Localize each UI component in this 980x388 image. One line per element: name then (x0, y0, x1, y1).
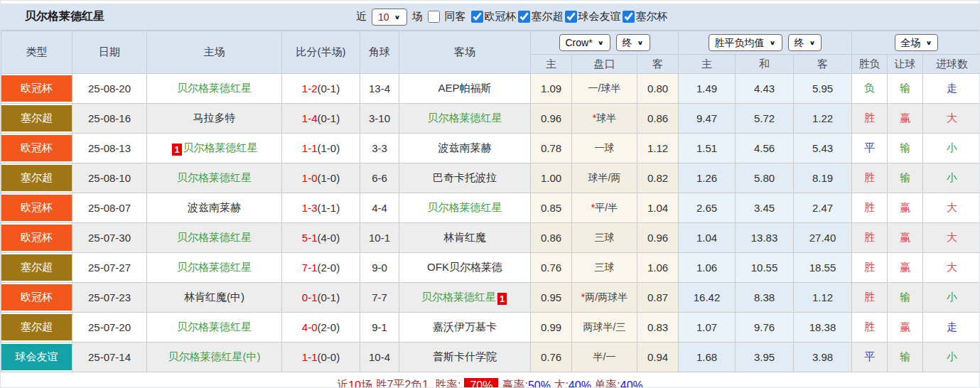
away-team-name[interactable]: 普斯卡什学院 (433, 350, 497, 362)
away-team-cell[interactable]: 波兹南莱赫 (399, 134, 531, 163)
league-filter-checkbox[interactable] (518, 11, 530, 23)
odds-away: 0.86 (637, 104, 679, 134)
away-team-name[interactable]: 贝尔格莱德红星 (428, 201, 502, 213)
home-team-name[interactable]: 马拉多特 (193, 112, 236, 124)
result-goals: 小 (923, 343, 980, 372)
home-team-name[interactable]: 贝尔格莱德红星 (177, 231, 252, 243)
league-badge: 塞尔超 (1, 254, 72, 281)
table-row: 塞尔超 25-08-10 贝尔格莱德红星 1-0(1-0) 6-6 巴奇卡托波拉… (1, 163, 980, 193)
halftime-score: (0-0) (318, 351, 340, 363)
home-team-name[interactable]: 贝尔格莱德红星 (177, 320, 252, 333)
near-label: 近 (356, 10, 367, 23)
corner-count: 4-4 (360, 193, 399, 223)
average-time-dropdown-value: 终 (795, 36, 804, 49)
away-team-name[interactable]: AEP帕福斯 (438, 82, 491, 94)
home-team-cell[interactable]: 波兹南莱赫 (147, 193, 282, 223)
match-date: 25-07-27 (72, 253, 147, 283)
win-rate-badge: 70% (464, 378, 498, 388)
league-filter-checkbox[interactable] (565, 11, 577, 23)
result-group-header: 全场 ∨ (852, 31, 980, 55)
handicap-line: *球半 (572, 104, 637, 134)
home-team-name[interactable]: 贝尔格莱德红星 (177, 171, 252, 183)
league-badge: 球会友谊 (1, 344, 72, 370)
scope-dropdown[interactable]: 全场 ∨ (895, 34, 939, 51)
away-team-name[interactable]: 巴奇卡托波拉 (433, 171, 497, 183)
home-team-cell[interactable]: 林肯红魔(中) (147, 283, 282, 313)
away-team-name[interactable]: 波兹南莱赫 (438, 141, 492, 153)
avg-win-odds: 1.26 (679, 163, 736, 193)
away-team-name[interactable]: OFK贝尔格莱德 (427, 261, 502, 273)
away-team-cell[interactable]: 普斯卡什学院 (399, 343, 531, 372)
home-team-cell[interactable]: 贝尔格莱德红星(中) (147, 343, 282, 372)
home-team-name[interactable]: 贝尔格莱德红星 (177, 82, 252, 94)
home-team-name[interactable]: 波兹南莱赫 (188, 201, 241, 213)
table-row: 欧冠杯 25-07-30 贝尔格莱德红星 5-1(4-0) 10-1 林肯红魔 … (1, 223, 980, 253)
table-row: 球会友谊 25-07-14 贝尔格莱德红星(中) 1-1(0-0) 10-4 普… (1, 343, 980, 372)
chevron-down-icon: ∨ (598, 38, 604, 48)
away-team-cell[interactable]: OFK贝尔格莱德 (399, 253, 531, 283)
avg-win-odds: 1.49 (679, 74, 736, 104)
avg-draw-odds: 8.38 (736, 283, 794, 313)
result-wdl: 胜 (852, 283, 888, 313)
table-row: 欧冠杯 25-08-20 贝尔格莱德红星 1-2(0-1) 13-4 AEP帕福… (1, 74, 980, 104)
home-team-name[interactable]: 贝尔格莱德红星 (183, 141, 258, 153)
same-away-checkbox[interactable] (428, 11, 440, 23)
avg-draw-odds: 4.43 (736, 74, 794, 104)
home-team-cell[interactable]: 贝尔格莱德红星 (147, 74, 282, 104)
league-filter-checkbox[interactable] (471, 11, 483, 23)
odds-time-dropdown[interactable]: 终 ∨ (616, 34, 650, 51)
league-filter-1[interactable]: 塞尔超 (518, 10, 564, 23)
home-team-cell[interactable]: 贝尔格莱德红星 (147, 313, 282, 343)
league-filter-label: 球会友谊 (578, 10, 621, 23)
result-wdl: 负 (852, 74, 888, 104)
avg-win-odds: 1.68 (679, 343, 736, 372)
match-date: 25-08-10 (72, 163, 147, 193)
league-filter-label: 欧冠杯 (485, 10, 517, 23)
home-team-name[interactable]: 贝尔格莱德红星(中) (168, 350, 261, 362)
away-team-name[interactable]: 嘉沃伊万基卡 (433, 320, 497, 333)
bookmaker-dropdown[interactable]: Crow* ∨ (559, 34, 610, 51)
corner-count: 9-0 (360, 253, 399, 283)
home-team-cell[interactable]: 贝尔格莱德红星 (147, 223, 282, 253)
fulltime-score: 0-1 (302, 291, 318, 303)
chevron-down-icon: ∨ (394, 12, 401, 22)
result-handicap: 赢 (888, 313, 923, 343)
corner-count: 6-6 (360, 163, 399, 193)
odds-away: 0.82 (637, 163, 679, 193)
away-team-cell[interactable]: 贝尔格莱德红星1 (399, 283, 531, 313)
away-team-cell[interactable]: AEP帕福斯 (399, 74, 531, 104)
away-team-cell[interactable]: 嘉沃伊万基卡 (399, 313, 531, 343)
col-home: 主场 (147, 31, 282, 74)
average-time-dropdown[interactable]: 终 ∨ (788, 34, 822, 51)
away-team-cell[interactable]: 林肯红魔 (399, 223, 531, 253)
league-filter-3[interactable]: 塞尔杯 (623, 10, 668, 23)
away-team-name[interactable]: 贝尔格莱德红星 (421, 291, 496, 303)
home-team-cell[interactable]: 马拉多特 (147, 104, 282, 134)
handicap-text: 一/球半 (588, 82, 621, 94)
result-goals: 小 (923, 134, 980, 163)
home-team-cell[interactable]: 1贝尔格莱德红星 (147, 134, 282, 163)
league-filter-2[interactable]: 球会友谊 (565, 10, 621, 23)
result-goals: 大 (923, 104, 980, 134)
corner-count: 3-3 (360, 134, 399, 163)
away-team-cell[interactable]: 巴奇卡托波拉 (399, 163, 531, 193)
home-team-name[interactable]: 林肯红魔(中) (184, 291, 244, 303)
home-team-cell[interactable]: 贝尔格莱德红星 (147, 253, 282, 283)
home-team-name[interactable]: 贝尔格莱德红星 (177, 261, 252, 273)
home-team-cell[interactable]: 贝尔格莱德红星 (147, 163, 282, 193)
away-team-cell[interactable]: 贝尔格莱德红星 (399, 193, 531, 223)
away-team-cell[interactable]: 贝尔格莱德红星 (399, 104, 531, 134)
away-team-name[interactable]: 林肯红魔 (443, 231, 486, 243)
away-team-name[interactable]: 贝尔格莱德红星 (428, 112, 502, 124)
league-filter-0[interactable]: 欧冠杯 (471, 10, 517, 23)
corner-count: 3-10 (360, 104, 399, 134)
league-filter-checkbox[interactable] (623, 11, 635, 23)
result-handicap: 输 (888, 343, 923, 372)
league-type-cell: 欧冠杯 (1, 193, 72, 223)
avg-draw-odds: 10.55 (736, 253, 794, 283)
average-dropdown[interactable]: 胜平负均值 ∨ (709, 34, 782, 51)
same-away-label: 同客 (445, 10, 466, 23)
filter-controls: 近 10 ∨ 场 同客 欧冠杯塞尔超球会友谊塞尔杯 (356, 9, 668, 26)
result-wdl: 胜 (852, 313, 888, 343)
matches-count-dropdown[interactable]: 10 ∨ (372, 9, 407, 26)
